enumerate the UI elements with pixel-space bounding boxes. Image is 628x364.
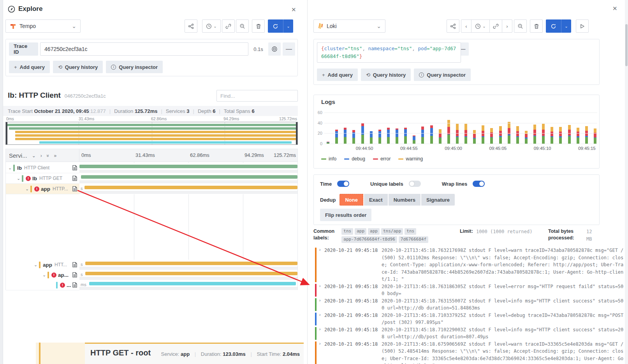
close-right-pane-icon[interactable]: ✕ — [612, 5, 617, 11]
remove-query-button[interactable]: — — [283, 42, 295, 56]
span-logs-icon[interactable] — [72, 176, 77, 183]
shift-time-back-button[interactable]: ‹ — [461, 19, 471, 33]
close-left-pane-icon[interactable]: ✕ — [291, 7, 296, 12]
span-bar-track[interactable] — [79, 173, 297, 184]
span-row[interactable]: s⌄appHTT... — [6, 260, 297, 270]
trace-minimap[interactable] — [5, 122, 298, 145]
legend-item-debug[interactable]: debug — [344, 156, 365, 162]
span-row[interactable]: ⌄lbHTTP Client — [6, 163, 297, 173]
span-tree-cell[interactable]: ⌄!appHTTP... — [6, 184, 79, 194]
logql-query-editor[interactable]: {cluster="tns", namespace="tns", pod="ap… — [317, 42, 461, 63]
add-query-button[interactable]: +Add query — [317, 69, 358, 81]
span-bar[interactable] — [79, 165, 297, 168]
share-button[interactable] — [185, 19, 197, 33]
span-logs-icon[interactable] — [72, 165, 77, 172]
log-row[interactable]: ›2020-10-21 09:45:182020-10-21T13:45:18.… — [313, 283, 625, 297]
span-bar[interactable] — [89, 282, 296, 285]
run-query-split-button[interactable]: ⌄ — [268, 19, 293, 33]
dedup-option-none[interactable]: None — [340, 194, 363, 206]
wrap-lines-toggle[interactable] — [473, 181, 485, 187]
legend-item-info[interactable]: info — [321, 156, 336, 162]
span-logs-icon[interactable] — [72, 272, 77, 279]
span-row[interactable]: s⌄!ap... — [6, 270, 297, 280]
span-bar-track[interactable] — [79, 163, 297, 173]
datasource-picker-tempo[interactable]: Tempo ⌄ — [5, 19, 81, 33]
flip-results-order-button[interactable]: Flip results order — [320, 209, 371, 221]
span-bar-track[interactable]: s — [79, 270, 297, 280]
run-query-split-button[interactable]: ⌄ — [546, 19, 571, 33]
log-row[interactable]: ›2020-10-21 09:45:182020-10-21T13:45:18.… — [313, 247, 625, 283]
span-row[interactable]: s⌄!appHTTP... — [6, 184, 297, 194]
meta-value: 125.72ms — [135, 108, 158, 114]
time-range-button[interactable]: ⌄ — [202, 19, 221, 33]
query-inspector-button[interactable]: iQuery inspector — [106, 61, 163, 73]
span-row[interactable]: ⌄!lbHTTP GET — [6, 173, 297, 184]
remove-pane-button[interactable] — [252, 19, 265, 33]
span-bar[interactable] — [84, 186, 297, 189]
trace-id-input[interactable] — [40, 42, 248, 56]
chevron-right-icon[interactable]: › — [319, 297, 324, 312]
dedup-option-signature[interactable]: Signature — [421, 194, 455, 206]
span-tree-cell[interactable]: ⌄!ap... — [6, 270, 79, 280]
span-bar-track[interactable]: s — [79, 184, 297, 194]
minimap-right-handle[interactable] — [296, 122, 297, 144]
query-inspector-button[interactable]: iQuery inspector — [414, 69, 471, 81]
span-logs-icon[interactable] — [72, 186, 77, 193]
span-bar[interactable] — [85, 262, 297, 265]
span-logs-icon[interactable] — [72, 262, 77, 269]
log-row[interactable]: ›2020-10-21 09:45:182020-10-21T13:45:18.… — [313, 312, 625, 326]
log-row[interactable]: ›2020-10-21 09:45:182020-10-21T13:45:18.… — [313, 297, 625, 312]
refresh-icon[interactable] — [546, 19, 561, 33]
add-query-button[interactable]: +Add query — [9, 61, 50, 73]
pane-divider[interactable] — [307, 0, 308, 364]
dedup-option-exact[interactable]: Exact — [364, 194, 388, 206]
legend-item-error[interactable]: error — [373, 156, 391, 162]
share-button[interactable] — [447, 19, 459, 33]
span-bar-track[interactable]: ms — [79, 280, 297, 290]
log-row[interactable]: ›2020-10-21 09:45:182020-10-21T13:45:18.… — [313, 326, 625, 341]
chevron-down-icon[interactable]: ⌄ — [25, 186, 30, 192]
refresh-interval-caret[interactable]: ⌄ — [283, 19, 293, 33]
query-history-button[interactable]: ⟲Query history — [361, 69, 411, 81]
scrollbar-thumb[interactable] — [625, 24, 628, 66]
time-range-button[interactable]: ⌄ — [471, 19, 490, 33]
datasource-picker-loki[interactable]: Loki ⌄ — [313, 19, 385, 33]
chevron-right-icon[interactable]: › — [319, 326, 324, 341]
right-scrollbar[interactable] — [625, 0, 628, 364]
time-toggle[interactable] — [337, 181, 349, 187]
shift-time-forward-button[interactable]: › — [502, 19, 512, 33]
chevron-right-icon[interactable]: › — [319, 247, 324, 283]
span-bar[interactable] — [85, 272, 297, 275]
span-logs-icon[interactable] — [72, 282, 77, 289]
chevron-down-icon[interactable]: ⌄ — [17, 176, 22, 181]
span-tree-cell[interactable]: !... — [6, 280, 79, 290]
refresh-icon[interactable] — [268, 19, 283, 33]
chevron-down-icon[interactable]: ⌄ — [42, 273, 47, 278]
chevron-right-icon[interactable]: › — [319, 312, 324, 326]
legend-label: error — [380, 156, 391, 162]
refresh-interval-caret[interactable]: ⌄ — [561, 19, 571, 33]
span-tree-cell[interactable]: ⌄lbHTTP Client — [6, 163, 79, 173]
link-split-button[interactable] — [222, 19, 235, 33]
query-history-button[interactable]: ⟲Query history — [53, 61, 103, 73]
chevron-right-icon[interactable]: › — [319, 283, 324, 297]
log-row[interactable]: ›2020-10-21 09:45:182020-10-21T13:45:18.… — [313, 341, 625, 364]
trace-find-input[interactable] — [216, 90, 298, 102]
zoom-out-button[interactable] — [514, 19, 527, 33]
span-tree-cell[interactable]: ⌄!lbHTTP GET — [6, 173, 79, 184]
unique-labels-toggle[interactable] — [409, 181, 421, 187]
span-row[interactable]: ms!... — [6, 280, 297, 290]
remove-pane-button[interactable] — [530, 19, 543, 33]
dedup-option-numbers[interactable]: Numbers — [389, 194, 420, 206]
chevron-down-icon[interactable]: ⌄ — [8, 165, 13, 171]
chevron-down-icon[interactable]: ⌄ — [34, 262, 39, 267]
span-bar-track[interactable]: s — [79, 260, 297, 270]
legend-item-warning[interactable]: warning — [398, 156, 423, 162]
chevron-right-icon[interactable]: › — [319, 341, 324, 364]
span-tree-cell[interactable]: ⌄appHTT... — [6, 260, 79, 270]
zoom-out-button[interactable] — [236, 19, 249, 33]
disable-query-button[interactable] — [268, 42, 281, 56]
live-tail-button[interactable] — [576, 19, 589, 33]
span-bar[interactable] — [81, 175, 297, 179]
link-split-button[interactable] — [489, 19, 502, 33]
